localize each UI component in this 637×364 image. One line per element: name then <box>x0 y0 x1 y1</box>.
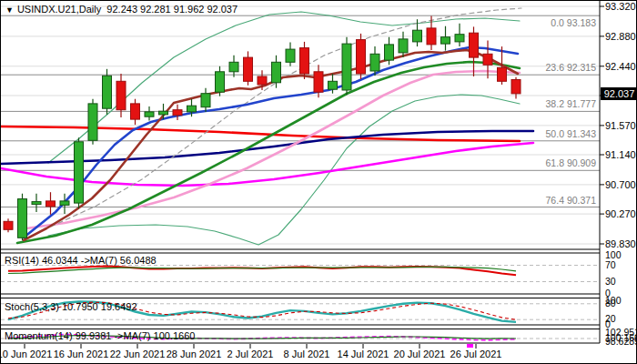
price-axis-label: 91.570 <box>605 120 636 131</box>
candle-body <box>385 45 394 60</box>
candle-body <box>498 67 507 81</box>
candle-body <box>187 106 197 112</box>
time-axis-label: 2 Jul 2021 <box>228 349 274 359</box>
candle-body <box>116 81 126 109</box>
stochastic-scale-label: 80 <box>605 298 616 308</box>
candle-body <box>455 35 464 42</box>
rsi-scale-label: 30 <box>605 276 616 287</box>
time-axis-label: 8 Jul 2021 <box>284 349 330 359</box>
candle-body <box>441 37 450 44</box>
fib-level-label: 76.4 90.371 <box>546 195 597 206</box>
candle-body <box>357 40 366 74</box>
ema-blue <box>24 47 518 238</box>
candle-body <box>173 110 182 116</box>
price-axis-label: 90.270 <box>605 208 636 219</box>
candle-body <box>413 30 422 42</box>
ema-maroon <box>24 50 518 240</box>
momentum-scale-label: 98.6289 <box>605 336 637 347</box>
momentum-indicator-label: Momentum(14) 99.9381 ->MA(7) 100.1660 <box>5 330 195 341</box>
sma-lightpink <box>26 71 520 228</box>
stochastic-indicator-label: Stoch(5,3,3) 10.7950 19.6492 <box>5 301 137 312</box>
time-axis-label: 26 Jul 2021 <box>450 349 502 359</box>
ohlc-readout: 92.243 92.281 91.962 92.037 <box>106 4 238 15</box>
symbol-dropdown-icon[interactable]: ▼ <box>5 5 14 15</box>
candle-body <box>88 104 97 140</box>
candle-body <box>314 72 323 92</box>
price-axis-label: 92.880 <box>605 31 636 42</box>
candle-body <box>286 49 295 62</box>
price-axis-label: 91.140 <box>605 149 636 160</box>
price-axis-label: 89.830 <box>605 238 636 249</box>
candle-body <box>103 76 112 108</box>
candle-body <box>470 33 479 57</box>
candle-body <box>46 201 56 207</box>
candle-body <box>145 112 154 116</box>
fib-level-label: 23.6 92.315 <box>546 62 597 73</box>
current-price-badge: 92.037 <box>601 87 637 100</box>
candle-body <box>75 142 84 203</box>
time-axis-label: 14 Jul 2021 <box>338 349 389 359</box>
candle-body <box>60 201 69 206</box>
chart-window: 93.32092.88092.44091.57091.14090.70090.2… <box>0 0 637 364</box>
time-axis-label: 22 Jun 2021 <box>110 349 166 359</box>
candle-body <box>229 62 238 72</box>
object-anchor-marker <box>467 344 473 348</box>
symbol-period-label: USINDX.U21,Daily <box>17 4 101 15</box>
candle-body <box>272 62 281 83</box>
rsi-scale-label: 70 <box>605 259 616 270</box>
fib-level-label: 0.0 93.183 <box>551 17 596 28</box>
candle-body <box>216 72 225 92</box>
candle-body <box>244 57 253 81</box>
time-axis-label: 16 Jun 2021 <box>54 349 109 359</box>
candle-body <box>18 199 27 238</box>
candle-body <box>201 94 210 107</box>
candle-body <box>370 54 379 71</box>
candle-body <box>511 80 521 94</box>
time-axis-label: 10 Jun 2021 <box>1 349 52 359</box>
price-axis-label: 93.320 <box>605 1 636 12</box>
candle-body <box>258 76 267 85</box>
fib-level-label: 61.8 90.909 <box>546 157 597 168</box>
candle-body <box>159 111 168 115</box>
price-axis-label: 92.440 <box>605 61 636 72</box>
candle-body <box>131 104 140 119</box>
candle-body <box>342 44 351 90</box>
rsi-indicator-label: RSI(14) 46.0344 ->MA(7) 56.0488 <box>5 255 157 266</box>
time-axis-label: 28 Jun 2021 <box>167 349 222 359</box>
candle-body <box>483 54 492 65</box>
candle-body <box>4 221 13 229</box>
chart-title-bar: ▼USINDX.U21,Daily 92.243 92.281 91.962 9… <box>5 4 238 15</box>
candle-body <box>399 39 408 53</box>
time-axis-label: 20 Jul 2021 <box>394 349 446 359</box>
candle-body <box>427 28 436 45</box>
trendline-dashed <box>51 8 521 227</box>
fib-level-label: 50.0 91.343 <box>546 128 597 139</box>
candle-body <box>32 202 41 205</box>
fib-level-label: 38.2 91.777 <box>546 98 597 109</box>
price-axis-label: 90.700 <box>605 179 636 190</box>
candle-body <box>329 81 338 89</box>
candle-body <box>300 48 309 74</box>
